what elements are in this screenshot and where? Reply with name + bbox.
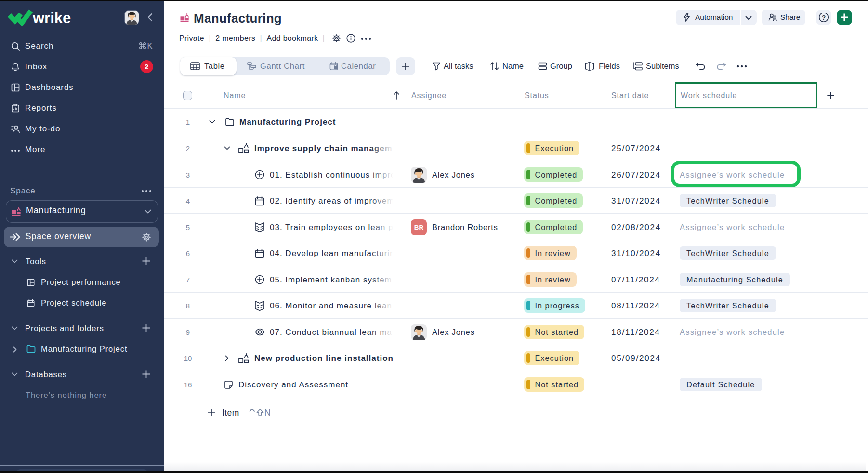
- svg-text:wrike: wrike: [32, 10, 71, 26]
- svg-text:N: N: [264, 408, 271, 417]
- svg-text:K: K: [147, 41, 153, 50]
- svg-text:?: ?: [822, 14, 826, 21]
